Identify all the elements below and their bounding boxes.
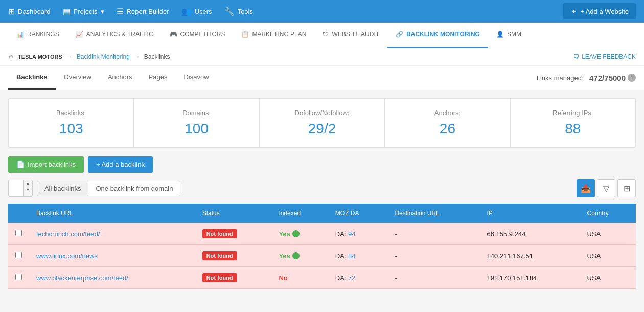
all-backlinks-filter[interactable]: All backlinks (37, 181, 89, 196)
nav-analytics-traffic[interactable]: 📈 Analytics & Traffic (67, 23, 162, 48)
row-checkbox[interactable] (15, 252, 22, 258)
plus-icon: ＋ (570, 7, 577, 16)
country-cell: USA (580, 245, 636, 267)
tab-disavow[interactable]: Disavow (175, 66, 217, 90)
table-row: techcrunch.com/feed/ Not found Yes DA: 9… (8, 223, 636, 245)
row-checkbox-cell[interactable] (8, 245, 29, 267)
tools-icon: 🔧 (224, 7, 235, 16)
backlink-icon: 🔗 (396, 31, 403, 38)
top-navigation: ⊞ Dashboard ▤ Projects ▾ ☰ Report Builde… (0, 0, 644, 23)
nav-website-audit[interactable]: 🛡 Website Audit (314, 23, 387, 48)
table-row: www.blackenterprise.com/feed/ Not found … (8, 267, 636, 289)
main-content: Backlinks Overview Anchors Pages Disavow… (0, 66, 644, 289)
breadcrumb-page: Backlinks (144, 53, 170, 60)
breadcrumb: ⚙ Tesla Motors → Backlink Monitoring → B… (0, 48, 644, 66)
row-checkbox-cell[interactable] (8, 267, 29, 289)
breadcrumb-company[interactable]: Tesla Motors (18, 54, 62, 60)
tab-bar: Backlinks Overview Anchors Pages Disavow… (0, 66, 644, 90)
report-icon: ☰ (117, 7, 124, 16)
columns-button[interactable]: ⊞ (617, 179, 636, 197)
backlink-url-link[interactable]: techcrunch.com/feed/ (36, 230, 100, 238)
nav-tools[interactable]: 🔧 Tools (224, 7, 253, 16)
nav-users[interactable]: 👥 Users (181, 7, 212, 16)
destination-url-cell: - (387, 223, 479, 245)
nav-backlink-monitoring[interactable]: 🔗 Backlink Monitoring (387, 23, 488, 48)
leave-feedback-link[interactable]: 🗨 Leave Feedback (573, 53, 636, 60)
one-backlink-filter[interactable]: One backlink from domain (88, 181, 180, 196)
backlink-url-link[interactable]: www.blackenterprise.com/feed/ (36, 274, 128, 282)
tab-pages[interactable]: Pages (141, 66, 176, 90)
breadcrumb-arrow-1: → (66, 53, 73, 60)
backlink-url-link[interactable]: www.linux.com/news (36, 252, 98, 260)
ip-cell: 66.155.9.244 (480, 223, 580, 245)
ip-cell: 140.211.167.51 (480, 245, 580, 267)
status-badge: Not found (202, 229, 237, 238)
moz-da-cell: DA: 94 (328, 223, 388, 245)
secondary-navigation: 📊 Rankings 📈 Analytics & Traffic 🎮 Compe… (0, 23, 644, 48)
projects-icon: ▤ (63, 7, 71, 16)
indexed-check-icon (292, 252, 300, 259)
tab-overview[interactable]: Overview (56, 66, 100, 90)
action-bar: 📄 Import backlinks + Add a backlink (0, 156, 644, 179)
backlink-filter-group: All backlinks One backlink from domain (37, 181, 181, 196)
breadcrumb-section[interactable]: Backlink Monitoring (77, 53, 130, 60)
moz-da-cell: DA: 72 (328, 267, 388, 289)
export-icon: 📤 (581, 184, 591, 193)
table-row: www.linux.com/news Not found Yes DA: 84 … (8, 245, 636, 267)
stat-anchors: Anchors: 26 (385, 99, 510, 147)
nav-projects[interactable]: ▤ Projects ▾ (63, 7, 104, 16)
dropdown-arrow-icon: ▾ (101, 8, 104, 15)
header-backlink-url[interactable]: Backlink URL (29, 204, 195, 223)
status-cell: Not found (195, 223, 272, 245)
stats-bar: Backlinks: 103 Domains: 100 Dofollow/Nof… (8, 98, 636, 148)
import-backlinks-button[interactable]: 📄 Import backlinks (8, 156, 84, 173)
competitors-icon: 🎮 (170, 31, 177, 38)
stat-backlinks: Backlinks: 103 (9, 99, 134, 147)
columns-icon: ⊞ (624, 184, 630, 193)
info-icon[interactable]: i (628, 74, 636, 82)
gear-icon: ⚙ (8, 53, 14, 60)
tab-anchors[interactable]: Anchors (100, 66, 141, 90)
nav-dashboard[interactable]: ⊞ Dashboard (8, 7, 51, 16)
filter-bar: ▲ ▼ All backlinks One backlink from doma… (0, 179, 644, 204)
nav-competitors[interactable]: 🎮 Competitors (162, 23, 234, 48)
stepper-up-icon[interactable]: ▲ (24, 180, 32, 187)
feedback-icon: 🗨 (573, 53, 580, 60)
header-country[interactable]: Country (580, 204, 636, 223)
marketing-icon: 📋 (241, 31, 249, 38)
header-ip[interactable]: IP (480, 204, 580, 223)
row-checkbox-cell[interactable] (8, 223, 29, 245)
export-button[interactable]: 📤 (577, 179, 595, 197)
moz-da-value: 94 (348, 230, 355, 238)
backlink-url-cell: www.blackenterprise.com/feed/ (29, 267, 195, 289)
header-moz-da[interactable]: MOZ DA (328, 204, 388, 223)
country-cell: USA (580, 223, 636, 245)
nav-report-builder[interactable]: ☰ Report Builder (117, 7, 169, 16)
nav-smm[interactable]: 👤 SMM (488, 23, 530, 48)
moz-da-cell: DA: 84 (328, 245, 388, 267)
nav-rankings[interactable]: 📊 Rankings (8, 23, 67, 48)
backlink-url-cell: techcrunch.com/feed/ (29, 223, 195, 245)
row-checkbox[interactable] (15, 230, 22, 236)
header-indexed[interactable]: Indexed (271, 204, 328, 223)
header-destination-url[interactable]: Destination URL (387, 204, 479, 223)
filter-button[interactable]: ▽ (597, 179, 615, 197)
destination-url-cell: - (387, 245, 479, 267)
add-backlink-button[interactable]: + Add a backlink (88, 156, 153, 173)
nav-marketing-plan[interactable]: 📋 Marketing Plan (233, 23, 314, 48)
stepper-arrows[interactable]: ▲ ▼ (23, 180, 32, 196)
header-status[interactable]: Status (195, 204, 272, 223)
smm-icon: 👤 (496, 31, 504, 38)
row-stepper[interactable]: ▲ ▼ (8, 180, 33, 197)
rankings-icon: 📊 (16, 31, 24, 38)
moz-da-value: 84 (348, 252, 355, 260)
indexed-value: No (279, 274, 287, 282)
row-checkbox[interactable] (15, 274, 22, 280)
tab-backlinks[interactable]: Backlinks (8, 66, 56, 90)
stepper-down-icon[interactable]: ▼ (24, 187, 32, 193)
indexed-value: Yes (279, 252, 290, 260)
add-website-button[interactable]: ＋ + Add a Website (563, 3, 636, 19)
import-icon: 📄 (16, 161, 25, 168)
indexed-cell: Yes (271, 223, 328, 245)
backlinks-table-container: Backlink URL Status Indexed MOZ DA Desti… (8, 204, 636, 289)
